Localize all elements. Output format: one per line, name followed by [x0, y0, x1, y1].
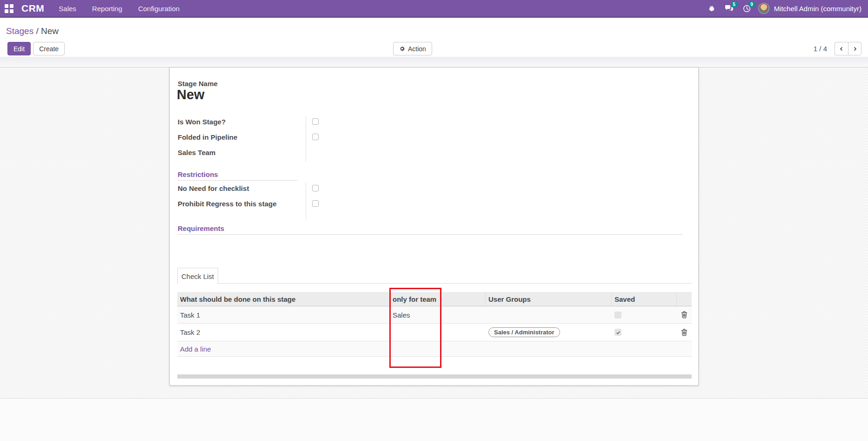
cell-task[interactable]: Task 1 [177, 311, 390, 319]
debug-bug-icon[interactable] [705, 2, 718, 15]
control-buttons-center: Action [393, 42, 432, 55]
breadcrumb-current: New [41, 26, 59, 36]
activities-clock-icon[interactable]: 9 [741, 2, 754, 15]
pager-buttons [835, 42, 861, 55]
breadcrumb-stages-link[interactable]: Stages [6, 26, 33, 36]
prohibit-regress-label: Prohibit Regress to this stage [178, 200, 277, 208]
header-user-groups[interactable]: User Groups [486, 292, 612, 306]
menu-item-configuration[interactable]: Configuration [130, 0, 187, 17]
add-line-row: Add a line [177, 341, 692, 357]
main-menu: Sales Reporting Configuration [51, 0, 187, 17]
pager-previous-button[interactable] [835, 42, 848, 55]
breadcrumb-separator: / [33, 26, 41, 36]
action-button[interactable]: Action [393, 42, 432, 55]
table-row[interactable]: Task 2 Sales / Administrator [177, 324, 692, 341]
menu-item-reporting[interactable]: Reporting [84, 0, 130, 17]
user-avatar[interactable] [758, 3, 769, 14]
header-saved[interactable]: Saved [612, 292, 677, 306]
table-horizontal-scrollbar[interactable] [177, 374, 692, 379]
content-divider [0, 398, 868, 399]
requirements-title: Requirements [178, 224, 224, 232]
restrictions-underline [178, 180, 298, 181]
user-name[interactable]: Mitchell Admin (communityr) [774, 5, 861, 13]
control-buttons-left: Edit Create [7, 42, 65, 55]
create-button[interactable]: Create [33, 42, 65, 55]
cell-actions [677, 310, 692, 319]
pager: 1 / 4 [814, 42, 861, 55]
cell-actions [677, 328, 692, 337]
table-header-row: What should be done on this stage only f… [177, 292, 692, 306]
check-icon [616, 330, 621, 335]
cell-saved[interactable] [612, 312, 677, 319]
activities-badge: 9 [748, 1, 755, 8]
stage-name-value: New [177, 87, 205, 102]
pager-value: 1 / 4 [814, 45, 827, 53]
sales-team-label: Sales Team [178, 149, 215, 156]
top-navbar: CRM Sales Reporting Configuration 5 [0, 0, 868, 18]
action-button-label: Action [408, 45, 426, 53]
delete-row-button[interactable] [680, 328, 688, 337]
app-title[interactable]: CRM [21, 3, 44, 14]
delete-row-button[interactable] [680, 310, 688, 319]
cell-task[interactable]: Task 2 [177, 328, 390, 336]
header-task[interactable]: What should be done on this stage [177, 292, 390, 306]
saved-checkbox[interactable] [614, 312, 621, 319]
chevron-left-icon [839, 46, 844, 52]
trash-icon [681, 329, 688, 336]
messages-icon[interactable]: 5 [723, 2, 736, 15]
control-panel: Stages / New Edit Create Action 1 / 4 [0, 19, 868, 57]
field-separator-line-1 [306, 116, 306, 162]
breadcrumb: Stages / New [6, 26, 59, 36]
form-sheet: Stage Name New Is Won Stage? Folded in P… [169, 68, 699, 386]
status-strip [0, 57, 868, 68]
user-group-badge: Sales / Administrator [488, 327, 560, 337]
trash-icon [681, 311, 688, 319]
folded-checkbox[interactable] [312, 134, 319, 140]
checklist-table: What should be done on this stage only f… [177, 292, 692, 357]
menu-item-sales[interactable]: Sales [51, 0, 84, 17]
saved-checkbox-checked[interactable] [614, 329, 621, 336]
pager-next-button[interactable] [848, 42, 861, 55]
content-footer-area [0, 399, 868, 441]
field-separator-line-2 [306, 183, 306, 219]
cell-user-groups[interactable]: Sales / Administrator [486, 327, 612, 337]
requirements-underline [178, 234, 682, 235]
messages-badge: 5 [731, 1, 738, 8]
gear-icon [399, 46, 405, 52]
header-actions [677, 292, 692, 306]
no-checklist-checkbox[interactable] [312, 185, 319, 191]
header-only-for-team[interactable]: only for team [390, 292, 486, 306]
no-checklist-label: No Need for checklist [178, 184, 249, 192]
restrictions-title: Restrictions [178, 170, 218, 178]
table-row[interactable]: Task 1 Sales [177, 306, 692, 324]
apps-grid-icon [5, 4, 13, 13]
screen: CRM Sales Reporting Configuration 5 [0, 0, 868, 441]
chevron-right-icon [852, 46, 858, 52]
stage-name-label: Stage Name [178, 80, 218, 88]
notebook-border [177, 283, 692, 284]
is-won-label: Is Won Stage? [178, 118, 226, 126]
add-a-line-link[interactable]: Add a line [180, 345, 211, 353]
navbar-right: 5 9 Mitchell Admin (communityr) [705, 2, 868, 15]
cell-team[interactable]: Sales [390, 311, 486, 319]
apps-menu-button[interactable] [0, 0, 18, 17]
tab-check-list[interactable]: Check List [177, 268, 218, 284]
is-won-checkbox[interactable] [312, 118, 319, 125]
cell-saved[interactable] [612, 329, 677, 336]
folded-label: Folded in Pipeline [178, 133, 237, 141]
prohibit-regress-checkbox[interactable] [312, 200, 319, 207]
edit-button[interactable]: Edit [7, 42, 31, 55]
